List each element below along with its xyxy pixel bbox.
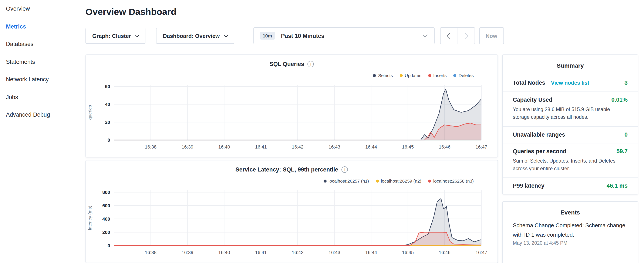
- svg-text:16:45: 16:45: [402, 250, 414, 255]
- sql-queries-chart: 020406016:3816:3916:4016:4116:4216:4316:…: [86, 79, 498, 152]
- time-step-forward-button[interactable]: [457, 28, 474, 44]
- svg-text:16:43: 16:43: [328, 250, 340, 255]
- chart-title: Service Latency: SQL, 99th percentile: [235, 166, 338, 173]
- dashboard-select-label: Dashboard: Overview: [163, 33, 220, 39]
- svg-text:40: 40: [105, 102, 110, 107]
- svg-text:16:42: 16:42: [292, 250, 304, 255]
- sidebar: Overview Metrics Databases Statements Ne…: [0, 0, 86, 263]
- view-nodes-list-link[interactable]: View nodes list: [551, 80, 589, 86]
- svg-text:16:38: 16:38: [145, 250, 156, 255]
- events-panel: Events Schema Change Completed: Schema c…: [502, 201, 638, 263]
- graph-scope-dropdown[interactable]: Graph: Cluster: [86, 28, 146, 44]
- svg-text:16:45: 16:45: [402, 144, 414, 150]
- main-content: Overview Dashboard Graph: Cluster Dashbo…: [86, 0, 644, 263]
- svg-text:0: 0: [108, 243, 110, 248]
- info-icon[interactable]: i: [342, 166, 348, 173]
- stat-label: Capacity Used: [513, 97, 552, 103]
- service-latency-chart: 020040060080016:3816:3916:4016:4116:4216…: [86, 184, 498, 257]
- svg-text:800: 800: [102, 190, 110, 195]
- time-step-back-button[interactable]: [440, 28, 457, 44]
- sidebar-item-metrics[interactable]: Metrics: [0, 18, 86, 35]
- app-root: Overview Metrics Databases Statements Ne…: [0, 0, 644, 263]
- svg-text:16:43: 16:43: [328, 144, 340, 150]
- stat-label: Total Nodes: [513, 80, 545, 86]
- dashboard-select-dropdown[interactable]: Dashboard: Overview: [156, 28, 234, 44]
- stat-total-nodes: Total Nodes View nodes list 3: [502, 74, 638, 92]
- svg-text:60: 60: [105, 84, 110, 89]
- svg-text:0: 0: [108, 137, 110, 143]
- sidebar-item-advanced-debug[interactable]: Advanced Debug: [0, 106, 86, 124]
- chevron-down-icon: [135, 33, 139, 37]
- svg-text:400: 400: [102, 216, 110, 222]
- legend-dot-icon: [324, 179, 326, 182]
- svg-text:16:39: 16:39: [182, 250, 193, 255]
- sidebar-item-network-latency[interactable]: Network Latency: [0, 71, 86, 88]
- time-range-badge: 10m: [260, 32, 275, 40]
- stat-queries-per-second: Queries per second 59.7 Sum of Selects, …: [502, 143, 638, 177]
- stat-unavailable-ranges: Unavailable ranges 0: [502, 126, 638, 143]
- svg-text:16:40: 16:40: [218, 250, 230, 255]
- svg-text:600: 600: [102, 203, 110, 208]
- stat-value: 0.01%: [611, 97, 628, 103]
- chevron-down-icon: [224, 33, 228, 37]
- legend-item: Selects: [373, 73, 393, 78]
- sidebar-item-databases[interactable]: Databases: [0, 35, 86, 53]
- event-list-item: Schema Change Completed: Schema change w…: [502, 221, 638, 245]
- event-text: Schema Change Completed: Schema change w…: [502, 221, 638, 239]
- stat-value: 59.7: [616, 148, 628, 154]
- info-icon[interactable]: i: [308, 61, 314, 67]
- stat-label: Unavailable ranges: [513, 131, 565, 138]
- legend-item: Inserts: [428, 73, 447, 78]
- time-range-label: Past 10 Minutes: [281, 33, 324, 39]
- svg-text:16:40: 16:40: [218, 144, 230, 150]
- svg-text:16:42: 16:42: [292, 144, 304, 150]
- time-step-buttons: [440, 27, 475, 44]
- time-range-picker[interactable]: 10m Past 10 Minutes: [253, 27, 434, 44]
- page-title: Overview Dashboard: [86, 6, 644, 18]
- chevron-left-icon: [447, 33, 452, 38]
- svg-text:200: 200: [102, 229, 110, 235]
- legend-item: localhost:26259 (n2): [376, 178, 421, 183]
- svg-text:16:39: 16:39: [182, 144, 193, 150]
- stat-capacity-used: Capacity Used 0.01% You are using 28.6 M…: [502, 92, 638, 126]
- svg-text:16:47: 16:47: [476, 250, 487, 255]
- sql-queries-panel: SQL Queries i SelectsUpdatesInsertsDelet…: [86, 55, 498, 157]
- svg-text:16:46: 16:46: [439, 250, 450, 255]
- sidebar-item-statements[interactable]: Statements: [0, 53, 86, 71]
- sidebar-item-jobs[interactable]: Jobs: [0, 88, 86, 106]
- stat-label: P99 latency: [513, 183, 544, 189]
- stat-value: 0: [624, 131, 628, 138]
- legend-dot-icon: [373, 74, 376, 77]
- stat-value: 46.1 ms: [606, 183, 628, 189]
- chevron-down-icon: [423, 33, 428, 38]
- stat-p99-latency: P99 latency 46.1 ms: [502, 177, 638, 194]
- now-button[interactable]: Now: [479, 27, 504, 44]
- summary-title: Summary: [502, 55, 638, 74]
- stat-description: Sum of Selects, Updates, Inserts, and De…: [513, 157, 628, 172]
- legend-item: localhost:26258 (n3): [428, 178, 474, 183]
- svg-text:16:41: 16:41: [255, 144, 267, 150]
- chevron-right-icon: [463, 33, 468, 38]
- events-title: Events: [502, 202, 638, 221]
- svg-text:16:44: 16:44: [365, 250, 377, 255]
- legend-dot-icon: [400, 74, 403, 77]
- svg-text:latency (ms): latency (ms): [88, 206, 92, 230]
- chart-title: SQL Queries: [270, 61, 304, 67]
- sidebar-item-overview[interactable]: Overview: [0, 0, 86, 18]
- stat-label: Queries per second: [513, 148, 566, 154]
- svg-text:20: 20: [105, 120, 110, 125]
- charts-column: SQL Queries i SelectsUpdatesInsertsDelet…: [86, 55, 498, 263]
- legend-item: Updates: [400, 73, 422, 78]
- legend-item: Deletes: [454, 73, 474, 78]
- legend-dot-icon: [428, 179, 431, 182]
- legend-dot-icon: [428, 74, 431, 77]
- controls-divider: [244, 27, 244, 44]
- svg-text:16:47: 16:47: [476, 144, 487, 150]
- stat-value: 3: [624, 80, 628, 86]
- chart-legend: localhost:26257 (n1)localhost:26259 (n2)…: [324, 178, 474, 183]
- svg-text:16:41: 16:41: [255, 250, 267, 255]
- summary-panel: Summary Total Nodes View nodes list 3: [502, 55, 638, 194]
- event-timestamp: May 13, 2020 at 4:45 PM: [502, 239, 638, 245]
- legend-dot-icon: [376, 179, 379, 182]
- dashboard-controls: Graph: Cluster Dashboard: Overview 10m P…: [86, 27, 644, 44]
